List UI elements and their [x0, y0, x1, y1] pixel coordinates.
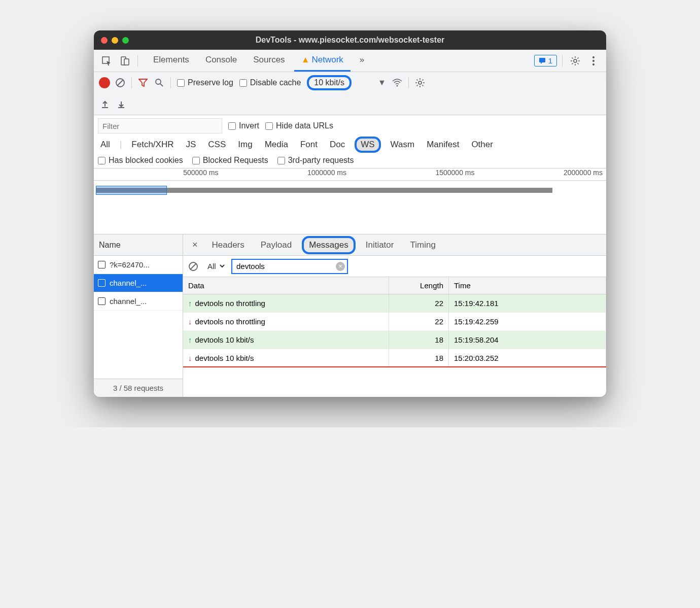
- svg-point-4: [574, 59, 577, 62]
- filter-img[interactable]: Img: [235, 138, 255, 151]
- svg-point-6: [592, 60, 594, 62]
- download-har-icon[interactable]: [116, 99, 126, 109]
- filter-input[interactable]: [98, 118, 222, 133]
- main-tabs-row: Elements Console Sources ▲Network » 1: [94, 50, 606, 72]
- separator: [562, 55, 563, 66]
- wifi-icon[interactable]: [392, 78, 402, 88]
- tab-messages[interactable]: Messages: [302, 236, 355, 254]
- minimize-window-button[interactable]: [112, 37, 118, 44]
- messages-header-row: Data Length Time: [183, 277, 606, 294]
- svg-point-13: [418, 81, 422, 84]
- issues-badge[interactable]: 1: [534, 55, 557, 66]
- close-detail-icon[interactable]: ×: [188, 238, 202, 252]
- has-blocked-cookies-checkbox[interactable]: Has blocked cookies: [98, 156, 183, 165]
- close-window-button[interactable]: [101, 37, 108, 44]
- timeline-selection[interactable]: [96, 186, 167, 195]
- separator: [137, 55, 138, 66]
- warning-icon: ▲: [301, 55, 310, 64]
- detail-tabs: × Headers Payload Messages Initiator Tim…: [183, 234, 606, 256]
- col-time[interactable]: Time: [449, 277, 606, 294]
- timeline-mark: 1000000 ms: [222, 168, 351, 180]
- network-toolbar: Preserve log Disable cache 10 kbit/s ▼: [94, 72, 606, 115]
- svg-point-5: [592, 56, 594, 58]
- svg-line-15: [190, 263, 196, 269]
- upload-har-icon[interactable]: [100, 99, 110, 109]
- message-type-select[interactable]: All: [203, 259, 226, 273]
- filter-font[interactable]: Font: [298, 138, 320, 151]
- hide-data-urls-checkbox[interactable]: Hide data URLs: [265, 121, 333, 130]
- settings-gear-icon[interactable]: [568, 53, 583, 69]
- file-icon: [98, 279, 106, 287]
- tab-console[interactable]: Console: [198, 50, 244, 72]
- arrow-down-icon: ↓: [188, 317, 192, 326]
- dropdown-chevron-icon[interactable]: ▼: [378, 78, 386, 87]
- file-icon: [98, 297, 106, 305]
- timeline-mark: 2000000 ms: [478, 168, 607, 180]
- blocked-requests-checkbox[interactable]: Blocked Requests: [192, 156, 268, 165]
- device-toolbar-icon[interactable]: [117, 53, 132, 69]
- chat-icon: [539, 57, 546, 64]
- maximize-window-button[interactable]: [122, 37, 129, 44]
- record-button[interactable]: [100, 78, 109, 87]
- filter-media[interactable]: Media: [262, 138, 291, 151]
- svg-rect-2: [124, 59, 129, 65]
- network-settings-gear-icon[interactable]: [415, 78, 425, 88]
- search-icon[interactable]: [154, 78, 164, 88]
- svg-line-9: [117, 80, 123, 86]
- tab-headers[interactable]: Headers: [206, 236, 251, 254]
- svg-point-7: [592, 63, 594, 65]
- tabs-overflow[interactable]: »: [353, 50, 371, 72]
- third-party-requests-checkbox[interactable]: 3rd-party requests: [277, 156, 354, 165]
- arrow-up-icon: ↑: [188, 335, 192, 344]
- filter-manifest[interactable]: Manifest: [424, 138, 462, 151]
- clear-icon[interactable]: [115, 78, 125, 88]
- svg-line-11: [160, 84, 163, 86]
- timeline-mark: 1500000 ms: [350, 168, 478, 180]
- inspect-element-icon[interactable]: [99, 53, 114, 69]
- invert-checkbox[interactable]: Invert: [228, 121, 259, 130]
- throttling-dropdown[interactable]: 10 kbit/s: [307, 75, 352, 90]
- col-data[interactable]: Data: [183, 277, 389, 294]
- titlebar: DevTools - www.piesocket.com/websocket-t…: [94, 30, 606, 50]
- filter-funnel-icon[interactable]: [138, 78, 148, 88]
- kebab-menu-icon[interactable]: [586, 53, 601, 69]
- filter-section: Invert Hide data URLs All | Fetch/XHR JS…: [94, 115, 606, 168]
- arrow-down-icon: ↓: [188, 354, 192, 362]
- tab-network[interactable]: ▲Network: [294, 50, 351, 72]
- request-row[interactable]: channel_...: [94, 292, 183, 311]
- disable-cache-checkbox[interactable]: Disable cache: [239, 78, 301, 87]
- clear-messages-icon[interactable]: [188, 261, 198, 272]
- request-row[interactable]: ?k=62470...: [94, 256, 183, 274]
- filter-ws[interactable]: WS: [355, 137, 380, 153]
- col-length[interactable]: Length: [389, 277, 449, 294]
- filter-all[interactable]: All: [98, 138, 113, 151]
- timeline-overview[interactable]: 500000 ms 1000000 ms 1500000 ms 2000000 …: [94, 168, 606, 234]
- message-row[interactable]: ↑devtools no throttling 22 15:19:42.181: [183, 294, 606, 313]
- traffic-lights: [101, 37, 129, 44]
- preserve-log-checkbox[interactable]: Preserve log: [177, 78, 233, 87]
- filter-wasm[interactable]: Wasm: [388, 138, 417, 151]
- file-icon: [98, 261, 106, 268]
- filter-js[interactable]: JS: [183, 138, 198, 151]
- split-view: Name ?k=62470... channel_... channel_...…: [94, 234, 606, 397]
- svg-point-10: [156, 79, 161, 84]
- requests-footer: 3 / 58 requests: [94, 379, 183, 397]
- message-row[interactable]: ↑devtools 10 kbit/s 18 15:19:58.204: [183, 331, 606, 349]
- filter-css[interactable]: CSS: [205, 138, 228, 151]
- filter-doc[interactable]: Doc: [327, 138, 347, 151]
- clear-filter-icon[interactable]: ×: [336, 262, 345, 271]
- filter-other[interactable]: Other: [469, 138, 496, 151]
- request-row[interactable]: channel_...: [94, 274, 183, 292]
- tab-payload[interactable]: Payload: [255, 236, 298, 254]
- timeline-mark: 500000 ms: [94, 168, 222, 180]
- message-row[interactable]: ↓devtools no throttling 22 15:19:42.259: [183, 313, 606, 331]
- tab-initiator[interactable]: Initiator: [360, 236, 400, 254]
- message-row[interactable]: ↓devtools 10 kbit/s 18 15:20:03.252: [183, 349, 606, 367]
- message-filter-input[interactable]: [231, 259, 348, 274]
- requests-header: Name: [94, 234, 183, 256]
- messages-toolbar: All ×: [183, 256, 606, 277]
- tab-timing[interactable]: Timing: [404, 236, 441, 254]
- filter-fetch-xhr[interactable]: Fetch/XHR: [129, 138, 176, 151]
- tab-elements[interactable]: Elements: [146, 50, 196, 72]
- tab-sources[interactable]: Sources: [246, 50, 292, 72]
